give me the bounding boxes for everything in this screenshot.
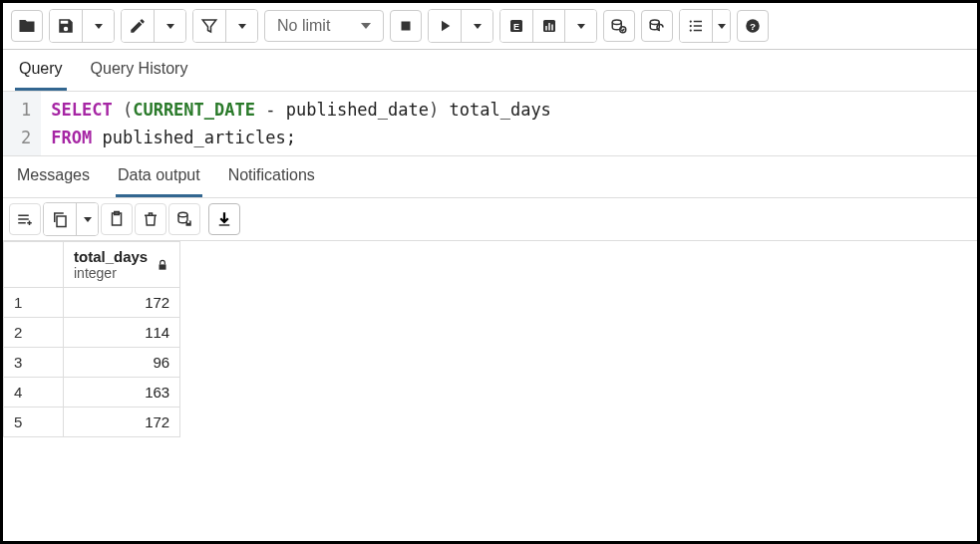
tab-messages[interactable]: Messages — [15, 156, 92, 197]
add-row-icon — [16, 210, 34, 228]
explain-analyze-button[interactable] — [532, 10, 564, 42]
add-row-button[interactable] — [9, 203, 41, 235]
cell-value[interactable]: 96 — [64, 348, 180, 378]
database-save-icon — [175, 210, 193, 228]
save-group — [49, 9, 115, 43]
clipboard-icon — [108, 210, 126, 228]
save-dropdown-button[interactable] — [82, 10, 114, 42]
stop-button[interactable] — [390, 10, 422, 42]
chevron-down-icon — [577, 24, 585, 29]
filter-dropdown-button[interactable] — [225, 10, 257, 42]
row-limit-label: No limit — [277, 17, 330, 35]
help-icon: ? — [744, 17, 762, 35]
macro-dropdown-button[interactable] — [712, 10, 730, 42]
table-row[interactable]: 396 — [4, 348, 180, 378]
output-toolbar — [3, 197, 977, 241]
chevron-down-icon — [84, 217, 92, 222]
save-data-button[interactable] — [168, 203, 200, 235]
row-number[interactable]: 4 — [4, 378, 64, 408]
paste-button[interactable] — [101, 203, 133, 235]
execute-group — [428, 9, 493, 43]
svg-point-12 — [690, 25, 692, 27]
chevron-down-icon — [95, 24, 103, 29]
explain-dropdown-button[interactable] — [564, 10, 596, 42]
svg-rect-28 — [160, 264, 166, 269]
cell-value[interactable]: 172 — [64, 288, 180, 318]
svg-rect-20 — [18, 222, 26, 224]
query-tabs: Query Query History — [3, 50, 977, 92]
svg-text:E: E — [513, 22, 519, 32]
copy-group — [43, 202, 99, 236]
trash-icon — [142, 210, 160, 228]
execute-button[interactable] — [429, 10, 461, 42]
svg-rect-27 — [219, 224, 230, 226]
explain-group: E — [499, 9, 597, 43]
table-row[interactable]: 2114 — [4, 318, 180, 348]
play-icon — [436, 17, 454, 35]
cell-value[interactable]: 172 — [64, 408, 180, 437]
macro-button[interactable] — [680, 10, 712, 42]
sql-editor[interactable]: 1 2 SELECT (CURRENT_DATE - published_dat… — [3, 92, 977, 156]
line-number: 1 — [21, 96, 31, 124]
column-header[interactable]: total_days integer — [64, 242, 180, 288]
filter-icon — [200, 17, 218, 35]
sql-paren: ) — [429, 100, 439, 120]
svg-point-7 — [612, 20, 621, 25]
row-limit-select[interactable]: No limit — [264, 10, 384, 42]
sql-keyword: SELECT — [51, 100, 112, 120]
chevron-down-icon — [474, 24, 482, 29]
rollback-button[interactable] — [641, 10, 673, 42]
svg-rect-21 — [57, 216, 66, 227]
svg-rect-19 — [18, 218, 29, 220]
chevron-down-icon — [166, 24, 174, 29]
row-header-corner[interactable] — [4, 242, 64, 288]
svg-point-24 — [178, 212, 187, 217]
save-icon — [57, 17, 75, 35]
chevron-down-icon — [238, 24, 246, 29]
open-file-button[interactable] — [11, 10, 43, 42]
table-row[interactable]: 5172 — [4, 408, 180, 437]
filter-button[interactable] — [193, 10, 225, 42]
tab-data-output[interactable]: Data output — [116, 156, 202, 197]
filter-group — [192, 9, 258, 43]
edit-dropdown-button[interactable] — [154, 10, 185, 42]
column-type: integer — [74, 265, 148, 281]
row-number[interactable]: 1 — [4, 288, 64, 318]
delete-button[interactable] — [135, 203, 166, 235]
download-button[interactable] — [208, 203, 240, 235]
row-number[interactable]: 3 — [4, 348, 64, 378]
table-row[interactable]: 4163 — [4, 378, 180, 408]
editor-code[interactable]: SELECT (CURRENT_DATE - published_date) t… — [41, 92, 561, 155]
copy-dropdown-button[interactable] — [76, 203, 98, 235]
copy-icon — [51, 210, 69, 228]
tab-notifications[interactable]: Notifications — [226, 156, 317, 197]
svg-rect-26 — [187, 221, 189, 223]
row-number[interactable]: 5 — [4, 408, 64, 437]
cell-value[interactable]: 163 — [64, 378, 180, 408]
tab-query[interactable]: Query — [15, 50, 67, 91]
copy-button[interactable] — [44, 203, 76, 235]
commit-button[interactable] — [603, 10, 635, 42]
explain-button[interactable]: E — [500, 10, 532, 42]
lock-icon — [156, 258, 169, 272]
svg-text:?: ? — [750, 21, 756, 32]
sql-identifier: published_date — [286, 100, 429, 120]
sql-identifier: published_articles; — [92, 128, 296, 147]
editor-gutter: 1 2 — [3, 92, 41, 155]
list-icon — [687, 17, 705, 35]
help-button[interactable]: ? — [737, 10, 769, 42]
svg-rect-0 — [402, 22, 411, 31]
svg-rect-5 — [548, 23, 550, 31]
sql-text: - — [255, 100, 286, 120]
execute-dropdown-button[interactable] — [461, 10, 492, 42]
edit-button[interactable] — [122, 10, 154, 42]
svg-rect-18 — [18, 215, 29, 217]
cell-value[interactable]: 114 — [64, 318, 180, 348]
folder-icon — [18, 17, 36, 35]
result-grid: total_days integer 1172211439641635172 — [3, 241, 180, 437]
table-row[interactable]: 1172 — [4, 288, 180, 318]
tab-query-history[interactable]: Query History — [87, 50, 192, 91]
rollback-icon — [648, 17, 666, 35]
row-number[interactable]: 2 — [4, 318, 64, 348]
save-button[interactable] — [50, 10, 82, 42]
